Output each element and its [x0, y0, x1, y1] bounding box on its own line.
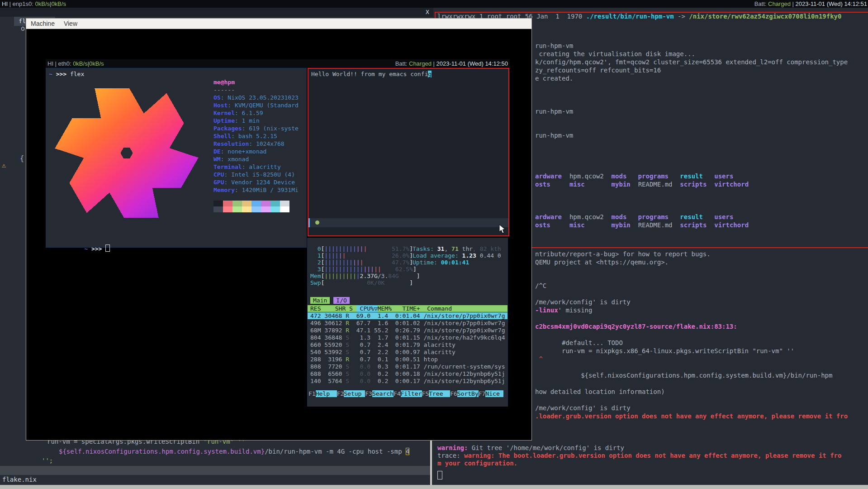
process-row[interactable]: 808 7720 S 0.0 0.3 0:01.17 /run/current-…	[308, 363, 508, 370]
neofetch-line: DE: none+xmonad	[213, 148, 299, 155]
htop-tab[interactable]: I/O	[333, 297, 349, 304]
neofetch-line: CPU: Intel i5-8250U (4)	[213, 171, 299, 178]
terminal-line: c2bcsm4xmj0vd0capi9q2yc0yzl87-source/fla…	[535, 322, 737, 331]
htop-function-key-bar[interactable]: F1Help F2Setup F3SearchF4FilterF5Tree F6…	[308, 390, 508, 398]
buffer-status-dot	[315, 221, 319, 225]
terminal-line: ${self.nixosConfigurations.hpm.config.sy…	[535, 371, 832, 379]
terminal-line: ^	[535, 355, 543, 363]
battery-clock: Batt: Charged | 2023-11-01 (Wed) 14:12:5…	[754, 0, 867, 8]
nixos-logo	[51, 80, 203, 226]
summary-line: Load average: 1.23 0.44 0	[413, 252, 501, 259]
qemu-menubar: MachineView	[26, 19, 531, 29]
terminal-line: trace: warning: The boot.loader.grub.ver…	[437, 451, 841, 460]
terminal-line: run-hpm-vm	[535, 42, 573, 50]
vm-desktop[interactable]: HI | eth0: 0kB/s|0kB/s Batt: Charged | 2…	[46, 59, 510, 408]
terminal-line: ardware hpm.qcow2 mods programs result u…	[535, 172, 733, 180]
neofetch-line: me@hpm	[213, 78, 299, 86]
stray-glyph: ⚠	[2, 162, 6, 169]
process-row[interactable]: 804 36848 S 1.3 1.7 0:01.15 /nix/store/h…	[308, 334, 508, 341]
terminal-line: /me/work/config' is dirty	[535, 298, 631, 306]
terminal-line: creating the virtualisation disk image..…	[535, 50, 695, 58]
neofetch-line: Kernel: 6.1.59	[213, 109, 299, 117]
vm-terminal[interactable]: ~ >>> flex	[46, 68, 307, 248]
palette-swatch	[280, 206, 289, 212]
palette-swatch	[270, 201, 280, 206]
palette-swatch	[251, 201, 261, 206]
process-row[interactable]: 540 53992 S 0.7 2.2 0:00.97 alacritty	[308, 349, 508, 355]
process-row[interactable]: 472 30468 R 69.0 1.4 0:01.04 /nix/store/…	[308, 312, 508, 319]
palette-swatch	[223, 206, 232, 212]
close-icon[interactable]: X	[426, 8, 429, 17]
terminal-line: how detailed location information)	[535, 388, 665, 396]
htop-tab[interactable]: Main	[310, 297, 330, 304]
terminal-line: m your configuration.	[437, 459, 517, 467]
palette-swatch	[232, 206, 242, 212]
neofetch-line: Resolution: 1024x768	[213, 140, 299, 148]
palette-swatch	[251, 206, 261, 212]
process-row[interactable]: 68M 37892 R 47.1 55.2 0:26.79 /nix/store…	[308, 327, 508, 334]
neofetch-line: ------	[213, 86, 299, 94]
vm-htop-window[interactable]: 0[|||||||||||| 51.7%] 1[|||||| 26.0%] 2[…	[307, 238, 508, 407]
terminal-line: e created.	[535, 74, 573, 82]
terminal-line: .loader.grub.version option does not hav…	[535, 412, 848, 420]
neofetch-line: GPU: Vendor 1234 Device	[213, 178, 299, 186]
palette-swatch	[223, 201, 232, 206]
neofetch-line: Terminal: alacritty	[213, 163, 299, 171]
cpu-meter: Mem[||||||||||2.37G/3.84G ]	[310, 273, 420, 279]
editor-line: ${self.nixosConfigurations.hpm.config.sy…	[59, 447, 409, 455]
terminal-line: ardware hpm.qcow2 mods programs result u…	[535, 213, 733, 221]
editor-tab-bar: flake.nixh/main.nixh/hpm.nixu/m/default.…	[0, 8, 433, 17]
terminal-line: /^C	[535, 282, 546, 290]
terminal-cursor	[437, 471, 442, 479]
palette-swatch	[232, 201, 242, 206]
modeline-filename: flake.nix	[2, 475, 37, 484]
cpu-meter: 1[|||||| 26.0%]	[310, 252, 413, 259]
process-row[interactable]: 496 30612 R 67.7 1.6 0:01.02 /nix/store/…	[308, 320, 508, 326]
vm-emacs-window[interactable]: Hello World!! from my emacs config 34 *s…	[308, 68, 509, 236]
menu-item[interactable]: View	[59, 19, 82, 29]
cpu-meter: Swp[ 0K/0K ]	[310, 279, 413, 286]
process-row[interactable]: 660 55920 S 0.7 2.4 0:01.79 alacritty	[308, 341, 508, 348]
emacs-buffer-text: Hello World!! from my emacs config	[311, 70, 432, 78]
bottom-scrollbar-strip[interactable]	[0, 485, 868, 489]
terminal-line: QEMU project at <https://qemu.org>.	[535, 258, 669, 266]
menu-item[interactable]: Machine	[26, 19, 59, 29]
cpu-meter: 0[|||||||||||| 51.7%]	[310, 245, 413, 252]
summary-line: Tasks: 31, 71 thr, 82 kth	[413, 245, 501, 252]
editor-window-divider[interactable]	[430, 441, 432, 485]
terminal-line: -linux' missing	[535, 306, 592, 314]
terminal-line: osts misc mybin README.md scripts virtch…	[535, 180, 749, 188]
emacs-modeline: 34 *scratch* 1:33 All Fundamental	[308, 218, 508, 227]
palette-swatch	[242, 206, 251, 212]
neofetch-palette-row1	[213, 201, 289, 206]
palette-swatch	[280, 201, 289, 206]
process-row[interactable]: 688 6560 S 0.0 0.2 0:00.18 /nix/store/12…	[308, 370, 508, 377]
htop-screen-tabs: MainI/O	[310, 297, 353, 304]
palette-swatch	[242, 201, 251, 206]
summary-line: Uptime: 00:01:41	[413, 259, 469, 266]
qemu-window[interactable]: MachineView HI | eth0: 0kB/s|0kB/s Batt:…	[26, 18, 532, 441]
editor-line: '';	[42, 456, 53, 465]
terminal-line: /me/work/config' is dirty	[535, 404, 631, 412]
process-row[interactable]: 140 5764 S 0.0 0.2 0:00.17 /nix/store/12…	[308, 378, 508, 384]
terminal-line: k/config/hpm.qcow2', fmt=qcow2 cluster_s…	[535, 58, 848, 66]
terminal-line: warning: Git tree '/home/me/work/config'…	[437, 444, 624, 452]
neofetch-line: OS: NixOS 23.05.20231023	[213, 94, 299, 101]
neofetch-line: Shell: bash 5.2.15	[213, 132, 299, 140]
terminal-line: zy_refcounts=off refcount_bits=16	[535, 66, 661, 74]
palette-swatch	[261, 201, 270, 206]
vm-battery-clock: Batt: Charged | 2023-11-01 (Wed) 14:12:5…	[395, 59, 508, 68]
neofetch-line: WM: xmonad	[213, 155, 299, 163]
neofetch-line: Uptime: 1 min	[213, 117, 299, 125]
host-status-bar: HI | enp1s0: 0kB/s|0kB/s Batt: Charged |…	[0, 0, 868, 8]
palette-swatch	[213, 206, 223, 212]
shell-prompt: ~ >>> flex	[49, 70, 84, 78]
process-row[interactable]: 288 3196 R 0.7 0.1 0:00.51 htop	[308, 356, 508, 363]
mouse-pointer-icon	[499, 224, 506, 234]
palette-swatch	[213, 201, 223, 206]
shell-prompt: ~ >>>	[49, 237, 110, 260]
terminal-line: run-hpm-vm	[535, 107, 573, 115]
terminal-line: run-vm = nixpkgs.x86_64-linux.pkgs.write…	[535, 347, 794, 355]
neofetch-line: Host: KVM/QEMU (Standard	[213, 101, 299, 109]
process-table-header[interactable]: RES SHR S CPU%▽MEM% TIME+ Command	[308, 305, 508, 312]
